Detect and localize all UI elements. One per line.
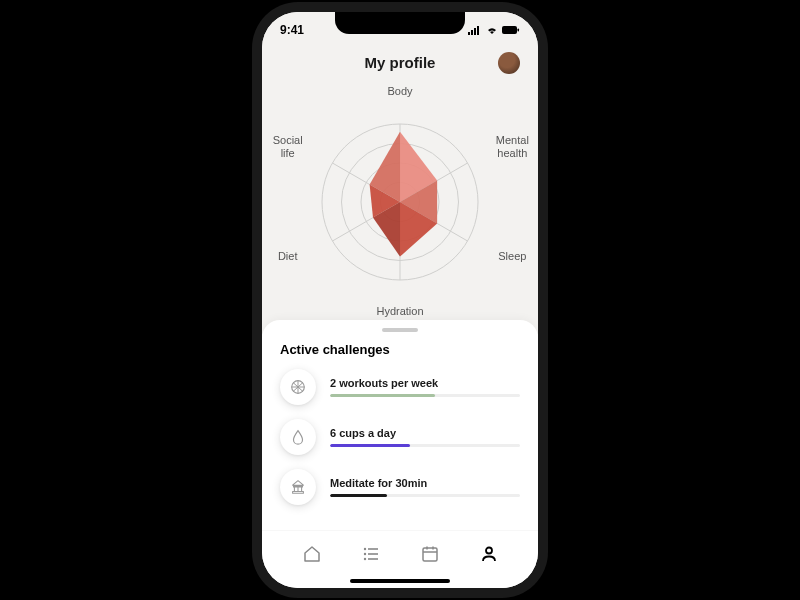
- challenges-sheet[interactable]: Active challenges 2 workouts per week6 c…: [262, 320, 538, 530]
- svg-point-25: [363, 552, 365, 554]
- home-icon: [302, 544, 322, 564]
- progress-fill: [330, 494, 387, 497]
- svg-point-23: [363, 547, 365, 549]
- page-title: My profile: [365, 54, 436, 71]
- section-title: Active challenges: [280, 342, 520, 357]
- challenge-label: Meditate for 30min: [330, 477, 520, 489]
- radar-chart: BodyMentalhealthSleepHydrationDietSocial…: [262, 77, 538, 327]
- progress-track: [330, 444, 520, 447]
- phone-frame: 9:41 My profile BodyMentalhealthSleepHyd…: [262, 12, 538, 588]
- temple-icon: [280, 469, 316, 505]
- challenge-item[interactable]: Meditate for 30min: [280, 469, 520, 505]
- svg-rect-4: [502, 26, 517, 34]
- avatar[interactable]: [498, 52, 520, 74]
- profile-upper: My profile BodyMentalhealthSleepHydratio…: [262, 12, 538, 334]
- radar-axis-label: Sociallife: [262, 134, 316, 160]
- home-indicator[interactable]: [350, 579, 450, 583]
- challenge-item[interactable]: 6 cups a day: [280, 419, 520, 455]
- svg-rect-29: [423, 548, 437, 561]
- device-notch: [335, 12, 465, 34]
- sheet-grab-handle[interactable]: [382, 328, 418, 332]
- progress-track: [330, 494, 520, 497]
- svg-rect-1: [471, 30, 473, 35]
- radar-axis-label: Mentalhealth: [484, 134, 538, 160]
- challenge-label: 2 workouts per week: [330, 377, 520, 389]
- nav-calendar[interactable]: [417, 541, 443, 567]
- progress-fill: [330, 394, 435, 397]
- radar-svg: [300, 102, 500, 302]
- list-icon: [361, 544, 381, 564]
- radar-axis-label: Body: [372, 85, 428, 98]
- battery-icon: [502, 25, 520, 35]
- progress-fill: [330, 444, 410, 447]
- calendar-icon: [420, 544, 440, 564]
- challenge-body: 2 workouts per week: [330, 377, 520, 397]
- progress-track: [330, 394, 520, 397]
- header: My profile: [262, 48, 538, 77]
- nav-list[interactable]: [358, 541, 384, 567]
- challenge-label: 6 cups a day: [330, 427, 520, 439]
- signal-icon: [468, 25, 482, 35]
- basketball-icon: [280, 369, 316, 405]
- status-time: 9:41: [280, 23, 304, 37]
- svg-rect-24: [368, 548, 378, 550]
- radar-axis-label: Sleep: [484, 250, 538, 263]
- svg-rect-5: [518, 29, 520, 32]
- status-right: [468, 25, 520, 35]
- wifi-icon: [485, 25, 499, 35]
- challenge-list: 2 workouts per week6 cups a dayMeditate …: [280, 369, 520, 505]
- challenge-body: Meditate for 30min: [330, 477, 520, 497]
- challenge-body: 6 cups a day: [330, 427, 520, 447]
- svg-rect-3: [477, 26, 479, 35]
- challenge-item[interactable]: 2 workouts per week: [280, 369, 520, 405]
- radar-axis-label: Diet: [262, 250, 316, 263]
- svg-point-27: [363, 557, 365, 559]
- svg-point-33: [486, 547, 492, 553]
- profile-icon: [479, 544, 499, 564]
- svg-rect-26: [368, 553, 378, 555]
- svg-rect-2: [474, 28, 476, 35]
- radar-axis-label: Hydration: [372, 305, 428, 318]
- svg-rect-0: [468, 32, 470, 35]
- droplet-icon: [280, 419, 316, 455]
- nav-home[interactable]: [299, 541, 325, 567]
- nav-profile[interactable]: [476, 541, 502, 567]
- svg-rect-28: [368, 558, 378, 560]
